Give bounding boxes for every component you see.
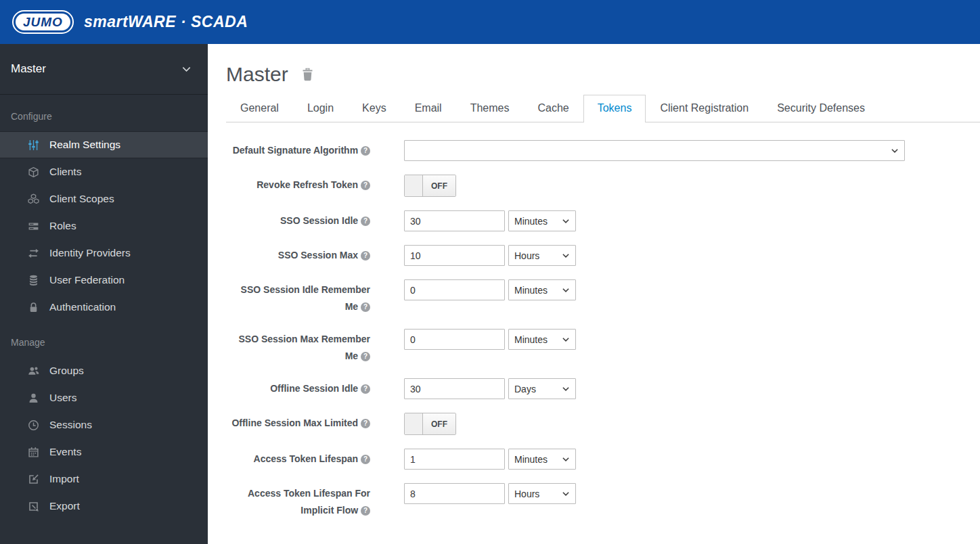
sso-session-max-unit-select[interactable]: Hours [508,245,576,266]
sidebar-item-label: Import [49,473,79,485]
revoke-refresh-token-toggle[interactable]: OFF [404,175,456,197]
sidebar-item-label: Realm Settings [49,139,120,151]
offline-session-max-limited-toggle[interactable]: OFF [404,413,456,435]
help-icon: ? [361,251,370,260]
cubes-icon [27,193,39,205]
field-label-sso-session-idle-remember-me: SSO Session Idle Remember Me ? [226,279,370,315]
trash-icon [301,68,314,84]
sso-session-max-remember-me-unit-select[interactable]: Minutes [508,329,576,350]
cube-icon [27,166,39,178]
sidebar-item-label: Client Scopes [49,193,114,205]
import-icon [27,473,39,485]
sidebar-item-user-federation[interactable]: User Federation [0,267,208,294]
sidebar-item-label: Clients [49,166,81,178]
field-label-offline-session-max-limited: Offline Session Max Limited ? [226,413,370,435]
form-row-sso-session-max: SSO Session Max ?Hours [226,245,980,266]
title-row: Master [226,62,980,87]
access-token-lifespan-input[interactable] [404,449,505,470]
sso-session-idle-remember-me-unit-select[interactable]: Minutes [508,279,576,300]
help-icon: ? [361,302,370,312]
help-icon: ? [361,455,370,464]
sidebar-item-identity-providers[interactable]: Identity Providers [0,240,208,267]
product-name: smartWARE · SCADA [84,13,248,31]
field-label-revoke-refresh-token: Revoke Refresh Token ? [226,175,370,197]
form-row-revoke-refresh-token: Revoke Refresh Token ?OFF [226,175,980,197]
form-row-sso-session-idle: SSO Session Idle ?Minutes [226,210,980,231]
sidebar-item-label: User Federation [49,274,125,286]
sliders-icon [27,139,39,151]
help-icon: ? [361,181,370,190]
sso-session-idle-input[interactable] [404,210,505,231]
tab-login[interactable]: Login [293,95,348,122]
offline-session-idle-unit-select[interactable]: Days [508,378,576,399]
sidebar-item-label: Events [49,446,81,458]
sidebar-item-export[interactable]: Export [0,493,208,520]
tab-themes[interactable]: Themes [456,95,524,122]
sidebar-item-label: Authentication [49,301,116,313]
access-token-lifespan-unit-select[interactable]: Minutes [508,449,576,470]
sidebar-item-label: Sessions [49,419,92,431]
field-label-access-token-lifespan-for-implicit-flow: Access Token Lifespan For Implicit Flow … [226,483,370,519]
delete-realm-button[interactable] [301,68,314,84]
sidebar-item-client-scopes[interactable]: Client Scopes [0,185,208,212]
user-icon [27,392,39,404]
sidebar-item-sessions[interactable]: Sessions [0,411,208,438]
toggle-state-label: OFF [423,175,455,196]
clock-icon [27,419,39,431]
form-row-offline-session-idle: Offline Session Idle ?Days [226,378,980,399]
access-token-lifespan-for-implicit-flow-unit-select[interactable]: Hours [508,483,576,504]
form-row-offline-session-max-limited: Offline Session Max Limited ?OFF [226,413,980,435]
tab-tokens[interactable]: Tokens [583,95,646,122]
exchange-icon [27,247,39,259]
field-label-default-signature-algorithm: Default Signature Algorithm ? [226,140,370,161]
sidebar-item-realm-settings[interactable]: Realm Settings [0,131,208,158]
toggle-handle [405,413,423,434]
sidebar-item-authentication[interactable]: Authentication [0,294,208,321]
chevron-down-icon [181,64,192,74]
nav-section-label-manage: Manage [0,321,208,357]
sidebar-item-label: Users [49,392,76,404]
tab-keys[interactable]: Keys [348,95,401,122]
sidebar-item-import[interactable]: Import [0,466,208,493]
help-icon: ? [361,384,370,394]
sidebar-nav: ConfigureRealm SettingsClientsClient Sco… [0,95,208,520]
sso-session-max-remember-me-input[interactable] [404,329,505,350]
access-token-lifespan-for-implicit-flow-input[interactable] [404,483,505,504]
sso-session-idle-remember-me-input[interactable] [404,279,505,300]
form-row-default-signature-algorithm: Default Signature Algorithm ? [226,140,980,161]
tab-bar: GeneralLoginKeysEmailThemesCacheTokensCl… [226,95,980,122]
groups-icon [27,365,39,377]
export-icon [27,500,39,512]
main-content: Master GeneralLoginKeysEmailThemesCacheT… [208,44,980,544]
realm-selector-label: Master [11,62,46,76]
help-icon: ? [361,217,370,226]
lock-icon [27,301,39,313]
app-header: JUMO smartWARE · SCADA [0,0,980,44]
tab-client-registration[interactable]: Client Registration [646,95,763,122]
sso-session-max-input[interactable] [404,245,505,266]
sso-session-idle-unit-select[interactable]: Minutes [508,210,576,231]
sidebar-item-events[interactable]: Events [0,438,208,466]
default-signature-algorithm-select[interactable] [404,140,905,161]
calendar-icon [27,446,39,458]
nav-section-label-configure: Configure [0,95,208,131]
sidebar-item-label: Groups [49,365,84,377]
tab-email[interactable]: Email [401,95,456,122]
tab-general[interactable]: General [226,95,293,122]
sidebar-item-roles[interactable]: Roles [0,212,208,240]
sidebar-item-groups[interactable]: Groups [0,357,208,384]
help-icon: ? [361,419,370,428]
tab-cache[interactable]: Cache [523,95,583,122]
help-icon: ? [361,506,370,516]
roles-icon [27,220,39,232]
offline-session-idle-input[interactable] [404,378,505,399]
realm-selector[interactable]: Master [0,44,208,95]
help-icon: ? [361,352,370,361]
sidebar-item-clients[interactable]: Clients [0,158,208,185]
field-label-access-token-lifespan: Access Token Lifespan ? [226,449,370,470]
field-label-sso-session-max-remember-me: SSO Session Max Remember Me ? [226,329,370,365]
database-icon [27,274,39,286]
tab-security-defenses[interactable]: Security Defenses [763,95,879,122]
field-label-sso-session-max: SSO Session Max ? [226,245,370,266]
sidebar-item-users[interactable]: Users [0,384,208,411]
